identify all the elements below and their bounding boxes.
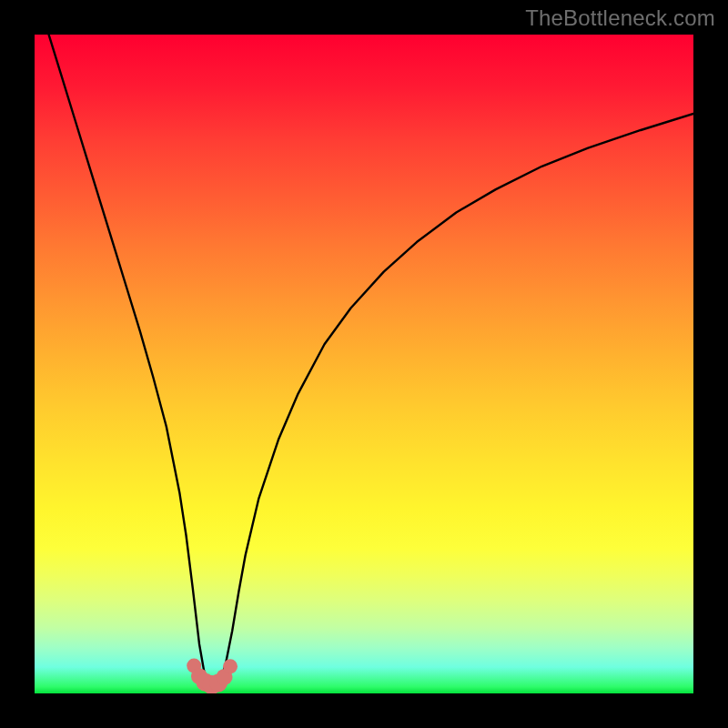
outer-frame: TheBottleneck.com	[0, 0, 728, 728]
highlight-dot	[223, 659, 238, 673]
watermark-text: TheBottleneck.com	[525, 5, 715, 31]
bottleneck-curve	[35, 35, 693, 685]
curve-layer	[35, 35, 693, 693]
plot-area	[35, 35, 693, 693]
